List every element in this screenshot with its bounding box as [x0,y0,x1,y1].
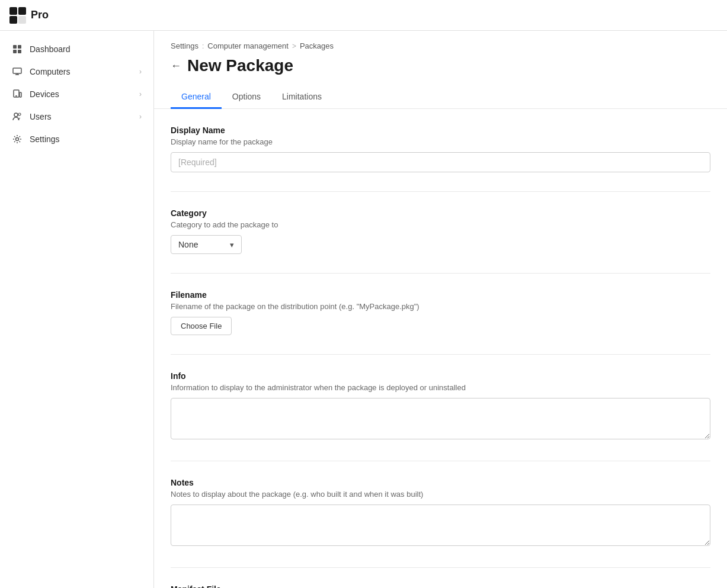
svg-rect-5 [18,45,21,49]
filename-label: Filename [171,290,710,300]
breadcrumb-packages: Packages [300,41,334,50]
divider-1 [171,191,710,192]
divider-3 [171,354,710,355]
svg-point-14 [14,113,18,117]
info-section: Info Information to display to the admin… [171,371,710,442]
settings-icon [12,134,23,144]
top-header: Pro [0,0,727,31]
manifest-file-section: Manifest File Upload Manifest File [171,584,710,588]
page-header: Settings : Computer management > Package… [154,31,727,109]
sidebar: Dashboard Computers › [0,31,154,588]
divider-4 [171,461,710,461]
tab-limitations[interactable]: Limitations [271,86,332,109]
tabs: General Options Limitations [171,86,710,108]
svg-rect-6 [13,50,17,53]
sidebar-item-settings[interactable]: Settings [0,128,153,150]
info-label: Info [171,371,710,381]
choose-file-button[interactable]: Choose File [171,317,232,335]
svg-rect-7 [18,50,21,53]
info-textarea[interactable] [171,398,710,439]
svg-rect-3 [18,16,26,24]
manifest-file-label: Manifest File [171,584,710,588]
users-chevron-icon: › [139,113,142,121]
tab-general[interactable]: General [171,86,222,109]
breadcrumb-sep1: : [202,42,204,50]
content-area: Settings : Computer management > Package… [154,31,727,588]
svg-rect-4 [13,45,17,49]
svg-point-16 [16,138,19,141]
category-value: None [178,240,198,249]
dashboard-icon [12,44,23,54]
display-name-section: Display Name Display name for the packag… [171,126,710,172]
category-chevron-icon: ▾ [230,240,234,249]
category-select[interactable]: None ▾ [171,235,242,254]
devices-icon [12,89,23,99]
devices-chevron-icon: › [139,90,142,98]
sidebar-computers-label: Computers [30,67,70,76]
notes-description: Notes to display about the package (e.g.… [171,490,710,499]
svg-rect-12 [20,92,21,97]
sidebar-settings-label: Settings [30,134,60,144]
svg-point-15 [18,113,21,115]
sidebar-item-dashboard[interactable]: Dashboard [0,38,153,60]
divider-2 [171,273,710,274]
sidebar-item-computers[interactable]: Computers › [0,60,153,83]
breadcrumb-settings: Settings [171,41,198,50]
filename-section: Filename Filename of the package on the … [171,290,710,335]
svg-rect-2 [9,16,17,24]
notes-textarea[interactable] [171,505,710,546]
notes-section: Notes Notes to display about the package… [171,478,710,548]
breadcrumb-computer-management: Computer management [207,41,289,50]
display-name-label: Display Name [171,126,710,135]
sidebar-dashboard-label: Dashboard [30,44,71,54]
category-label: Category [171,208,710,218]
filename-description: Filename of the package on the distribut… [171,302,710,311]
logo-text: Pro [31,9,49,21]
notes-label: Notes [171,478,710,487]
svg-rect-1 [18,7,26,15]
category-section: Category Category to add the package to … [171,208,710,254]
breadcrumb-sep2: > [292,42,296,50]
sidebar-item-users[interactable]: Users › [0,105,153,128]
tab-options[interactable]: Options [222,86,271,109]
logo-area: Pro [9,7,49,24]
info-description: Information to display to the administra… [171,383,710,392]
display-name-input[interactable] [171,152,710,172]
svg-rect-0 [9,7,17,15]
main-layout: Dashboard Computers › [0,31,727,588]
back-button[interactable]: ← [171,60,181,72]
sidebar-item-devices[interactable]: Devices › [0,83,153,105]
svg-rect-8 [13,68,21,73]
display-name-description: Display name for the package [171,137,710,146]
page-title: New Package [187,56,293,75]
logo-icon [9,7,26,24]
form-content: Display Name Display name for the packag… [154,109,727,588]
computers-icon [12,66,23,77]
sidebar-users-label: Users [30,112,52,121]
computers-chevron-icon: › [139,68,142,76]
divider-5 [171,567,710,568]
category-description: Category to add the package to [171,220,710,229]
sidebar-devices-label: Devices [30,89,59,99]
users-icon [12,111,23,122]
breadcrumb: Settings : Computer management > Package… [171,41,710,50]
